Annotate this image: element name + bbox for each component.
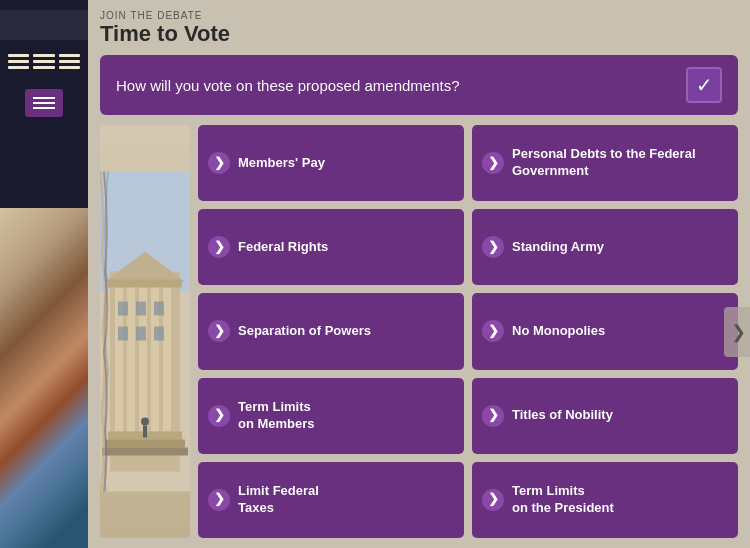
content-area: ❯ Members' Pay ❯ Personal Debts to the F… [100, 125, 738, 538]
chevron-icon: ❯ [482, 236, 504, 258]
members-pay-button[interactable]: ❯ Members' Pay [198, 125, 464, 201]
page-title: Time to Vote [100, 21, 738, 47]
building-image [100, 125, 190, 538]
svg-rect-20 [154, 327, 164, 341]
svg-rect-19 [136, 327, 146, 341]
standing-army-button[interactable]: ❯ Standing Army [472, 209, 738, 285]
sidebar-line [59, 60, 80, 63]
line-group-1 [8, 54, 29, 69]
line-group-3 [59, 54, 80, 69]
svg-rect-17 [154, 302, 164, 316]
no-monopolies-button[interactable]: ❯ No Monopolies [472, 293, 738, 369]
svg-rect-15 [118, 302, 128, 316]
sidebar-line [8, 66, 29, 69]
join-label: JOIN THE DEBATE [100, 10, 738, 21]
personal-debts-button[interactable]: ❯ Personal Debts to the Federal Governme… [472, 125, 738, 201]
svg-rect-14 [143, 426, 147, 438]
svg-rect-4 [127, 282, 135, 432]
term-limits-president-button[interactable]: ❯ Term Limitson the President [472, 462, 738, 538]
sidebar [0, 0, 88, 548]
term-limits-members-button[interactable]: ❯ Term Limitson Members [198, 378, 464, 454]
btn-label: Members' Pay [238, 155, 454, 172]
btn-label: Term Limitson the President [512, 483, 728, 517]
chevron-icon: ❯ [482, 489, 504, 511]
question-bar: How will you vote on these proposed amen… [100, 55, 738, 115]
svg-rect-16 [136, 302, 146, 316]
sidebar-line [59, 66, 80, 69]
menu-button[interactable] [25, 89, 63, 117]
chevron-icon: ❯ [482, 152, 504, 174]
sidebar-line [33, 54, 54, 57]
svg-rect-18 [118, 327, 128, 341]
chevron-icon: ❯ [482, 405, 504, 427]
sidebar-top [0, 10, 88, 40]
sidebar-line [59, 54, 80, 57]
menu-line [33, 102, 55, 104]
separation-of-powers-button[interactable]: ❯ Separation of Powers [198, 293, 464, 369]
sidebar-line [8, 54, 29, 57]
svg-rect-11 [105, 440, 185, 448]
btn-label: No Monopolies [512, 323, 728, 340]
svg-rect-12 [102, 448, 188, 456]
btn-label: Separation of Powers [238, 323, 454, 340]
btn-label: Term Limitson Members [238, 399, 454, 433]
chevron-icon: ❯ [208, 489, 230, 511]
svg-rect-9 [108, 280, 182, 288]
sidebar-line [8, 60, 29, 63]
next-arrow[interactable]: ❯ [724, 307, 750, 357]
svg-rect-7 [163, 282, 171, 432]
chevron-icon: ❯ [208, 236, 230, 258]
chevron-icon: ❯ [482, 320, 504, 342]
btn-label: Personal Debts to the Federal Government [512, 146, 728, 180]
limit-federal-taxes-button[interactable]: ❯ Limit FederalTaxes [198, 462, 464, 538]
chevron-icon: ❯ [208, 152, 230, 174]
svg-point-13 [141, 418, 149, 426]
btn-label: Limit FederalTaxes [238, 483, 454, 517]
line-group-2 [33, 54, 54, 69]
federal-rights-button[interactable]: ❯ Federal Rights [198, 209, 464, 285]
btn-label: Standing Army [512, 239, 728, 256]
sidebar-line [33, 66, 54, 69]
question-text: How will you vote on these proposed amen… [116, 77, 460, 94]
menu-line [33, 97, 55, 99]
sidebar-line [33, 60, 54, 63]
chevron-icon: ❯ [208, 320, 230, 342]
buttons-grid: ❯ Members' Pay ❯ Personal Debts to the F… [198, 125, 738, 538]
titles-of-nobility-button[interactable]: ❯ Titles of Nobility [472, 378, 738, 454]
sidebar-decorative [0, 208, 88, 548]
header: JOIN THE DEBATE Time to Vote [100, 10, 738, 47]
check-button[interactable]: ✓ [686, 67, 722, 103]
main-content: JOIN THE DEBATE Time to Vote How will yo… [88, 0, 750, 548]
btn-label: Titles of Nobility [512, 407, 728, 424]
chevron-icon: ❯ [208, 405, 230, 427]
btn-label: Federal Rights [238, 239, 454, 256]
sidebar-lines-group [0, 54, 88, 69]
menu-line [33, 107, 55, 109]
